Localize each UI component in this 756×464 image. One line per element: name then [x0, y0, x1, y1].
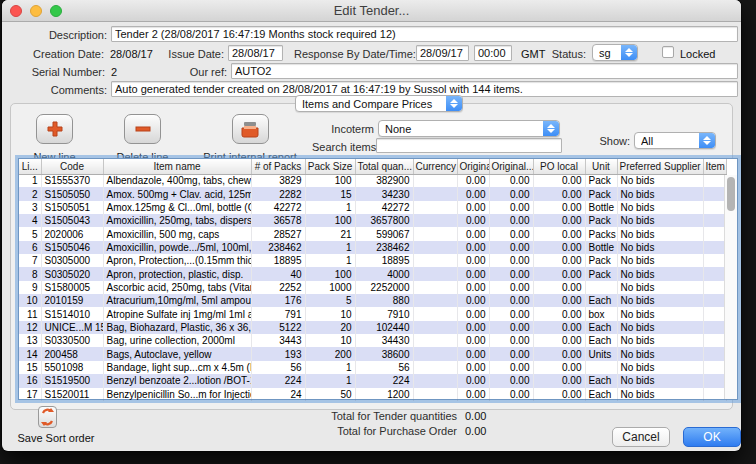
table-row[interactable]: 2S1505050Amox. 500mg + Clav. acid, 125mg… — [19, 187, 726, 200]
cell-4[interactable]: 1 — [305, 201, 355, 214]
save-sort-order-button[interactable] — [38, 406, 57, 428]
cell-5[interactable]: 238462 — [355, 241, 413, 254]
cell-9[interactable]: 0.00 — [533, 267, 585, 280]
cell-3[interactable]: 3829 — [251, 174, 305, 187]
cell-2[interactable]: Atropine Sulfate inj 1mg/ml 1ml amp — [103, 307, 251, 320]
cell-4[interactable]: 10 — [305, 307, 355, 320]
cell-9[interactable]: 0.00 — [533, 361, 585, 374]
cell-10[interactable]: Each — [585, 334, 617, 347]
cell-2[interactable]: Apron, protection, plastic, disp. — [103, 267, 251, 280]
cell-12[interactable] — [703, 267, 726, 280]
cell-11[interactable]: No bids — [617, 227, 703, 240]
cell-9[interactable]: 0.00 — [533, 294, 585, 307]
table-row[interactable]: 102010159Atracurium,10mg/ml, 5ml ampoule… — [19, 294, 726, 307]
cell-5[interactable]: 3657800 — [355, 214, 413, 227]
cell-10[interactable]: Pack — [585, 267, 617, 280]
cell-3[interactable]: 36578 — [251, 214, 305, 227]
cell-7[interactable]: 0.00 — [457, 347, 489, 360]
cell-7[interactable]: 0.00 — [457, 187, 489, 200]
cell-1[interactable]: S0330500 — [41, 334, 103, 347]
column-header-6[interactable]: Currency — [413, 159, 457, 174]
cell-3[interactable]: 224 — [251, 374, 305, 387]
cell-0[interactable]: 6 — [19, 241, 41, 254]
cell-10[interactable]: box — [585, 307, 617, 320]
cell-5[interactable]: 224 — [355, 374, 413, 387]
cell-12[interactable] — [703, 374, 726, 387]
cell-6[interactable] — [413, 361, 457, 374]
cell-8[interactable]: 0.00 — [489, 388, 533, 401]
cell-4[interactable]: 10 — [305, 334, 355, 347]
cell-12[interactable] — [703, 227, 726, 240]
cell-8[interactable]: 0.00 — [489, 227, 533, 240]
table-row[interactable]: 12UNICE...M 15Bag, Biohazard, Plastic, 3… — [19, 321, 726, 334]
cell-3[interactable]: 791 — [251, 307, 305, 320]
cell-10[interactable]: Pack — [585, 254, 617, 267]
column-header-7[interactable]: Original — [457, 159, 489, 174]
cell-10[interactable] — [585, 281, 617, 294]
cell-9[interactable]: 0.00 — [533, 347, 585, 360]
cell-2[interactable]: Bags, Autoclave, yellow — [103, 347, 251, 360]
cell-8[interactable]: 0.00 — [489, 174, 533, 187]
column-header-8[interactable]: Original... — [489, 159, 533, 174]
cell-7[interactable]: 0.00 — [457, 201, 489, 214]
cell-4[interactable]: 1 — [305, 374, 355, 387]
cell-8[interactable]: 0.00 — [489, 254, 533, 267]
cell-8[interactable]: 0.00 — [489, 187, 533, 200]
cell-12[interactable] — [703, 281, 726, 294]
cell-10[interactable]: Each — [585, 374, 617, 387]
cell-9[interactable]: 0.00 — [533, 254, 585, 267]
cell-9[interactable]: 0.00 — [533, 174, 585, 187]
cell-2[interactable]: Amox. 500mg + Clav. acid, 125mg, tabs — [103, 187, 251, 200]
cell-11[interactable]: No bids — [617, 334, 703, 347]
cell-8[interactable]: 0.00 — [489, 241, 533, 254]
locked-checkbox[interactable] — [662, 46, 674, 58]
cell-3[interactable]: 5122 — [251, 321, 305, 334]
cell-0[interactable]: 14 — [19, 347, 41, 360]
cell-7[interactable]: 0.00 — [457, 361, 489, 374]
cell-12[interactable] — [703, 321, 726, 334]
cell-5[interactable]: 382900 — [355, 174, 413, 187]
cell-9[interactable]: 0.00 — [533, 214, 585, 227]
cell-11[interactable]: No bids — [617, 281, 703, 294]
cell-12[interactable] — [703, 361, 726, 374]
cell-9[interactable]: 0.00 — [533, 187, 585, 200]
cell-8[interactable]: 0.00 — [489, 361, 533, 374]
delete-line-button[interactable]: Delete line — [104, 114, 181, 163]
table-row[interactable]: 4S1505043Amoxicillin, 250mg, tabs, dispe… — [19, 214, 726, 227]
cell-8[interactable]: 0.00 — [489, 294, 533, 307]
cell-5[interactable]: 1200 — [355, 388, 413, 401]
cell-11[interactable]: No bids — [617, 388, 703, 401]
cell-1[interactable]: S1555370 — [41, 174, 103, 187]
response-by-time-field[interactable] — [474, 45, 512, 61]
cell-8[interactable]: 0.00 — [489, 201, 533, 214]
cell-7[interactable]: 0.00 — [457, 174, 489, 187]
cell-0[interactable]: 4 — [19, 214, 41, 227]
cell-8[interactable]: 0.00 — [489, 347, 533, 360]
cell-2[interactable]: Amoxicillin, 250mg, tabs, dispersable — [103, 214, 251, 227]
cell-9[interactable]: 0.00 — [533, 227, 585, 240]
cell-2[interactable]: Amox.125mg & Cl...0ml, bottle (Curam) — [103, 201, 251, 214]
cell-12[interactable] — [703, 241, 726, 254]
cell-1[interactable]: S0305020 — [41, 267, 103, 280]
cell-6[interactable] — [413, 241, 457, 254]
cell-4[interactable]: 5 — [305, 294, 355, 307]
cell-11[interactable]: No bids — [617, 294, 703, 307]
cell-0[interactable]: 3 — [19, 201, 41, 214]
cell-2[interactable]: Amoxicillin, 500 mg, caps — [103, 227, 251, 240]
cell-3[interactable]: 176 — [251, 294, 305, 307]
cell-4[interactable]: 50 — [305, 388, 355, 401]
cell-3[interactable]: 28527 — [251, 227, 305, 240]
cell-7[interactable]: 0.00 — [457, 241, 489, 254]
cell-7[interactable]: 0.00 — [457, 267, 489, 280]
cell-8[interactable]: 0.00 — [489, 321, 533, 334]
cell-4[interactable]: 100 — [305, 214, 355, 227]
cell-6[interactable] — [413, 347, 457, 360]
cell-8[interactable]: 0.00 — [489, 334, 533, 347]
cell-6[interactable] — [413, 388, 457, 401]
column-header-5[interactable]: Total quan... — [355, 159, 413, 174]
table-row[interactable]: 1S1555370Albendazole, 400mg, tabs, chewa… — [19, 174, 726, 187]
cell-1[interactable]: S1519500 — [41, 374, 103, 387]
cell-3[interactable]: 56 — [251, 361, 305, 374]
table-row[interactable]: 9S1580005Ascorbic acid, 250mg, tabs (Vit… — [19, 281, 726, 294]
view-mode-select[interactable]: Items and Compare Prices — [295, 95, 463, 112]
